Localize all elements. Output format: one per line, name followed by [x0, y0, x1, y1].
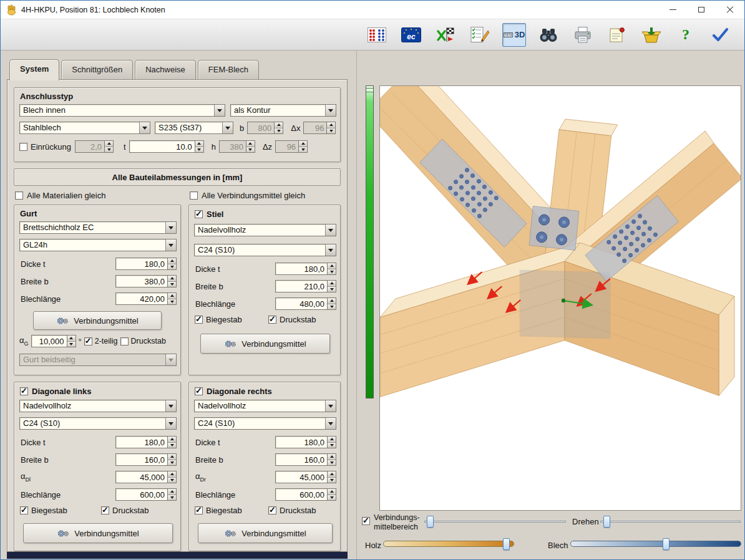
spin-down-icon[interactable]: [328, 287, 336, 292]
stiel-dicke-input[interactable]: 180,0: [275, 263, 336, 275]
stiel-druckstab-checkbox[interactable]: [268, 316, 276, 324]
blech-color-slider[interactable]: [570, 538, 741, 550]
diag-rechts-verbindungsmittel-button[interactable]: Verbindungsmittel: [198, 523, 333, 543]
spin-up-icon[interactable]: [328, 489, 336, 495]
stiel-verbindungsmittel-button[interactable]: Verbindungsmittel: [200, 334, 330, 354]
print-icon[interactable]: [571, 23, 595, 47]
dx-input[interactable]: 96: [303, 122, 336, 134]
spin-up-icon[interactable]: [246, 141, 255, 147]
spin-down-icon[interactable]: [328, 460, 336, 466]
diag-links-alpha-input[interactable]: 45,000: [115, 471, 177, 483]
spin-up-icon[interactable]: [328, 437, 336, 443]
material-check-icon[interactable]: [434, 23, 457, 47]
spin-up-icon[interactable]: [168, 471, 176, 478]
stahlguete-select[interactable]: S235 (St37): [155, 122, 233, 134]
spin-down-icon[interactable]: [327, 128, 335, 134]
spin-up-icon[interactable]: [67, 336, 75, 342]
confirm-icon[interactable]: [708, 23, 732, 47]
gurt-guete-select[interactable]: GL24h: [19, 239, 177, 251]
spin-down-icon[interactable]: [168, 264, 176, 270]
chevron-down-icon[interactable]: [165, 354, 176, 365]
spin-up-icon[interactable]: [328, 281, 336, 287]
help-icon[interactable]: ?: [674, 23, 698, 47]
spin-down-icon[interactable]: [246, 147, 255, 153]
stiel-guete-select[interactable]: C24 (S10): [194, 244, 336, 256]
chevron-down-icon[interactable]: [325, 418, 336, 429]
einrueckung-input[interactable]: 2,0: [75, 140, 114, 153]
stiel-biegestab-checkbox[interactable]: [195, 316, 203, 324]
gurt-zweiteilig-checkbox[interactable]: [84, 337, 92, 345]
spin-down-icon[interactable]: [328, 443, 336, 448]
chevron-down-icon[interactable]: [325, 400, 336, 412]
dowel-pattern-icon[interactable]: [365, 23, 389, 47]
chevron-down-icon[interactable]: [165, 222, 176, 233]
spin-up-icon[interactable]: [327, 122, 335, 128]
spin-up-icon[interactable]: [275, 122, 283, 128]
spin-up-icon[interactable]: [328, 263, 336, 269]
spin-up-icon[interactable]: [168, 437, 176, 443]
b-input[interactable]: 800: [247, 122, 283, 134]
stiel-breite-input[interactable]: 210,0: [275, 280, 336, 292]
spin-down-icon[interactable]: [67, 342, 75, 347]
stahl-material-select[interactable]: Stahlblech: [19, 122, 150, 134]
spin-down-icon[interactable]: [168, 443, 176, 448]
diag-rechts-material-select[interactable]: Nadelvollholz: [194, 400, 336, 412]
einrueckung-checkbox[interactable]: [19, 143, 27, 151]
diag-rechts-druckstab-checkbox[interactable]: [268, 506, 276, 514]
spin-down-icon[interactable]: [195, 147, 203, 153]
gurt-breite-input[interactable]: 380,0: [115, 275, 177, 287]
slider-thumb[interactable]: [427, 516, 434, 528]
spin-down-icon[interactable]: [328, 304, 336, 310]
t-input[interactable]: 10.0: [129, 140, 204, 153]
gurt-beidseitig-select[interactable]: Gurt beidseitig: [19, 354, 177, 366]
notes-icon[interactable]: [605, 23, 629, 47]
slider-thumb[interactable]: [663, 538, 670, 550]
diag-rechts-breite-input[interactable]: 160,0: [275, 453, 336, 466]
spin-up-icon[interactable]: [168, 454, 176, 460]
gurt-blechlaenge-input[interactable]: 420,00: [115, 292, 177, 305]
chevron-down-icon[interactable]: [325, 224, 336, 236]
spin-down-icon[interactable]: [328, 478, 336, 483]
spin-down-icon[interactable]: [168, 299, 176, 305]
blech-position-select[interactable]: Blech innen: [19, 104, 225, 117]
gurt-material-select[interactable]: Brettschichtholz EC: [19, 221, 177, 234]
chevron-down-icon[interactable]: [325, 244, 336, 256]
checklist-icon[interactable]: [468, 23, 492, 47]
spin-up-icon[interactable]: [195, 141, 203, 147]
spin-down-icon[interactable]: [168, 495, 176, 501]
3d-viewport[interactable]: [379, 85, 741, 511]
minimize-button[interactable]: [658, 1, 687, 19]
gurt-alpha-input[interactable]: 10,000: [31, 335, 76, 347]
drehen-slider[interactable]: [600, 516, 741, 528]
gurt-verbindungsmittel-button[interactable]: Verbindungsmittel: [33, 311, 162, 330]
tab-fem-blech[interactable]: FEM-Blech: [198, 60, 259, 79]
chevron-down-icon[interactable]: [139, 122, 150, 133]
diag-links-breite-input[interactable]: 160,0: [115, 453, 177, 466]
diag-links-guete-select[interactable]: C24 (S10): [19, 417, 177, 430]
slider-thumb[interactable]: [503, 538, 510, 550]
diag-links-dicke-input[interactable]: 180,0: [115, 436, 177, 448]
chevron-down-icon[interactable]: [325, 105, 336, 116]
binoculars-icon[interactable]: [537, 23, 560, 47]
diag-rechts-alpha-input[interactable]: 45,000: [275, 471, 336, 483]
h-input[interactable]: 380: [219, 140, 255, 153]
stiel-blechlaenge-input[interactable]: 480,00: [275, 297, 336, 310]
stiel-checkbox[interactable]: [195, 210, 203, 218]
diag-links-biegestab-checkbox[interactable]: [20, 506, 28, 514]
chevron-down-icon[interactable]: [165, 418, 176, 429]
spin-down-icon[interactable]: [275, 128, 283, 134]
chevron-down-icon[interactable]: [222, 122, 233, 133]
verbindungsmittelbereich-checkbox[interactable]: [362, 517, 370, 525]
close-button[interactable]: [716, 1, 744, 19]
spin-up-icon[interactable]: [105, 141, 113, 147]
alle-verbindungsmittel-checkbox[interactable]: [190, 191, 198, 200]
diag-links-druckstab-checkbox[interactable]: [101, 506, 109, 514]
eurocode-icon[interactable]: ec: [399, 23, 423, 47]
verbindungsmittelbereich-slider[interactable]: [424, 516, 566, 528]
stiel-material-select[interactable]: Nadelvollholz: [194, 224, 336, 236]
spin-up-icon[interactable]: [168, 293, 176, 299]
dz-input[interactable]: 96: [275, 140, 308, 153]
gurt-dicke-input[interactable]: 180,0: [115, 258, 177, 270]
export-icon[interactable]: [640, 23, 663, 47]
diag-links-checkbox[interactable]: [20, 387, 28, 395]
